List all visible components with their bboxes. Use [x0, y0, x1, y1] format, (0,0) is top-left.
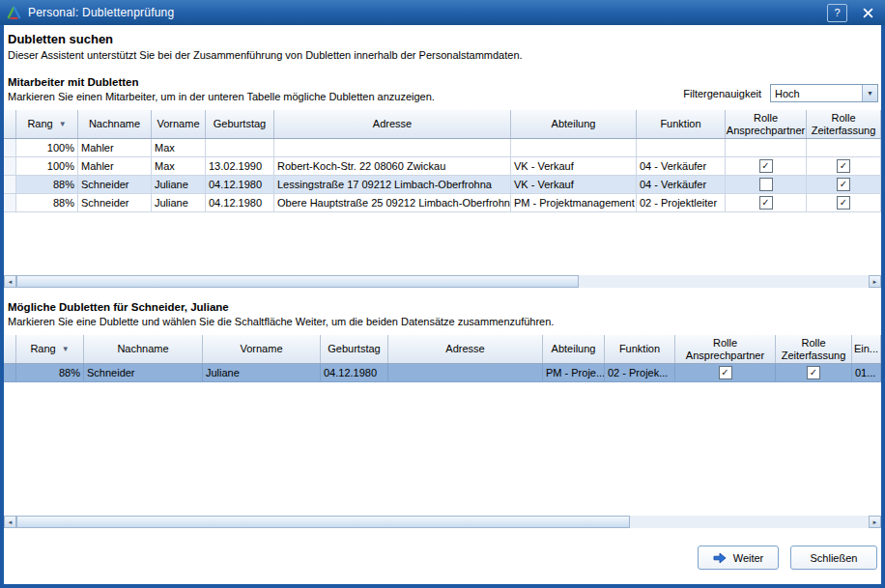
filter-accuracy-label: Filtergenauigkeit [683, 88, 761, 99]
chevron-down-icon[interactable]: ▼ [862, 85, 877, 101]
help-button[interactable]: ? [827, 4, 847, 22]
close-button[interactable] [859, 5, 877, 21]
table-header-row: Rang▼NachnameVornameGeburtstagAdresseAbt… [4, 335, 881, 364]
row-selector[interactable] [4, 364, 16, 382]
row-selector[interactable] [4, 176, 16, 194]
column-header-rang[interactable]: Rang▼ [16, 110, 78, 138]
possible-duplicates-table: Rang▼NachnameVornameGeburtstagAdresseAbt… [4, 335, 881, 516]
row-selector[interactable] [4, 139, 16, 157]
column-header-rolle_zeiterfassung[interactable]: Rolle Zeiterfassung [807, 110, 881, 138]
row-selector[interactable] [4, 194, 16, 212]
cell-rolle_ansprechpartner [726, 176, 807, 194]
cell-nachname: Schneider [84, 364, 203, 382]
cell-eintritt: 01... [852, 364, 881, 382]
cell-rolle_zeiterfassung [807, 139, 881, 157]
cell-nachname: Schneider [78, 176, 152, 194]
column-header-abteilung[interactable]: Abteilung [511, 110, 637, 138]
rolle_zeiterfassung-checkbox[interactable]: ✓ [807, 366, 820, 379]
cell-abteilung: VK - Verkauf [511, 176, 637, 194]
column-header-rolle_ansprechpartner[interactable]: Rolle Ansprechpartner [726, 110, 807, 138]
cell-funktion: 02 - Projektleiter [637, 194, 726, 212]
table-header-row: Rang▼NachnameVornameGeburtstagAdresseAbt… [4, 110, 881, 139]
cell-rolle_ansprechpartner [726, 139, 807, 157]
table-row[interactable]: 100%MahlerMax13.02.1990Robert-Koch-Str. … [4, 157, 881, 176]
duplicates-section-header: Mögliche Dubletten für Schneider, Julian… [4, 301, 881, 328]
cell-rolle_zeiterfassung: ✓ [807, 157, 881, 176]
column-header-funktion[interactable]: Funktion [605, 335, 675, 363]
duplicates-table-hscrollbar[interactable]: ◄ ► [4, 516, 881, 528]
table-row[interactable]: 100%MahlerMax [4, 139, 881, 157]
column-header-geburtstag[interactable]: Geburtstag [321, 335, 388, 363]
cell-rolle_zeiterfassung: ✓ [807, 194, 881, 212]
cell-vorname: Max [152, 139, 206, 157]
employees-table: Rang▼NachnameVornameGeburtstagAdresseAbt… [4, 110, 881, 275]
row-selector[interactable] [4, 157, 16, 176]
cell-abteilung [511, 139, 637, 157]
cell-rang: 88% [16, 194, 78, 212]
cell-nachname: Schneider [78, 194, 152, 212]
cell-geburtstag: 04.12.1980 [206, 176, 274, 194]
employees-table-hscrollbar[interactable]: ◄ ► [4, 275, 881, 288]
filter-accuracy-dropdown[interactable]: Hoch ▼ [770, 84, 878, 102]
scroll-left-button[interactable]: ◄ [4, 516, 16, 528]
cell-rang: 100% [16, 139, 78, 157]
dialog-footer: Weiter Schließen [4, 546, 881, 570]
column-header-funktion[interactable]: Funktion [637, 110, 726, 138]
column-header-vorname[interactable]: Vorname [152, 110, 206, 138]
table-row[interactable]: 88%SchneiderJuliane04.12.1980Lessingstra… [4, 176, 881, 194]
rolle_ansprechpartner-checkbox[interactable]: ✓ [759, 196, 773, 210]
table-row[interactable]: 88%SchneiderJuliane04.12.1980PM - Proje.… [4, 364, 881, 382]
cell-rolle_zeiterfassung: ✓ [776, 364, 852, 382]
cell-nachname: Mahler [78, 157, 152, 176]
cell-rolle_ansprechpartner: ✓ [726, 194, 807, 212]
rolle_zeiterfassung-checkbox[interactable]: ✓ [837, 159, 850, 173]
scroll-right-button[interactable]: ► [869, 275, 881, 288]
column-header-adresse[interactable]: Adresse [274, 110, 511, 138]
cell-geburtstag [206, 139, 274, 157]
cell-geburtstag: 04.12.1980 [206, 194, 274, 212]
table-row[interactable]: 88%SchneiderJuliane04.12.1980Obere Haupt… [4, 194, 881, 212]
cell-abteilung: PM - Projektmanagement [511, 194, 637, 212]
cell-rolle_ansprechpartner: ✓ [726, 157, 807, 176]
rolle_ansprechpartner-checkbox[interactable]: ✓ [759, 159, 773, 173]
column-header-nachname[interactable]: Nachname [84, 335, 203, 363]
cell-adresse: Lessingstraße 17 09212 Limbach-Oberfrohn… [274, 176, 511, 194]
schliessen-button[interactable]: Schließen [790, 546, 877, 570]
column-header-rang[interactable]: Rang▼ [16, 335, 84, 363]
row-selector-header [4, 110, 16, 138]
cell-funktion: 04 - Verkäufer [637, 157, 726, 176]
scroll-left-button[interactable]: ◄ [4, 275, 16, 288]
column-header-eintritt[interactable]: Ein... [852, 335, 881, 363]
cell-adresse: Robert-Koch-Str. 22 08060 Zwickau [274, 157, 511, 176]
sort-desc-icon: ▼ [59, 120, 67, 128]
column-header-rolle_ansprechpartner[interactable]: Rolle Ansprechpartner [675, 335, 776, 363]
rolle_zeiterfassung-checkbox[interactable]: ✓ [837, 178, 850, 191]
weiter-button[interactable]: Weiter [698, 546, 779, 570]
column-header-nachname[interactable]: Nachname [78, 110, 152, 138]
scrollbar-thumb[interactable] [16, 275, 579, 288]
cell-adresse [274, 139, 511, 157]
scrollbar-track[interactable] [16, 275, 869, 288]
cell-rolle_ansprechpartner: ✓ [675, 364, 776, 382]
column-header-rolle_zeiterfassung[interactable]: Rolle Zeiterfassung [776, 335, 852, 363]
employees-section-header: Mitarbeiter mit Dubletten Markieren Sie … [4, 76, 881, 103]
scroll-right-button[interactable]: ► [869, 516, 881, 528]
rolle_zeiterfassung-checkbox[interactable]: ✓ [837, 196, 850, 210]
rolle_ansprechpartner-checkbox[interactable]: ✓ [719, 366, 732, 379]
cell-funktion: 02 - Projek... [605, 364, 675, 382]
column-header-vorname[interactable]: Vorname [203, 335, 321, 363]
app-logo-icon [7, 6, 22, 20]
scrollbar-track[interactable] [16, 516, 869, 528]
cell-adresse [388, 364, 543, 382]
cell-vorname: Juliane [203, 364, 321, 382]
arrow-right-icon [713, 552, 727, 564]
scrollbar-thumb[interactable] [16, 516, 630, 528]
cell-rang: 88% [16, 364, 84, 382]
page-description: Dieser Assistent unterstützt Sie bei der… [8, 49, 877, 62]
window-title: Personal: Dublettenprüfung [28, 6, 821, 19]
column-header-geburtstag[interactable]: Geburtstag [206, 110, 274, 138]
column-header-adresse[interactable]: Adresse [388, 335, 543, 363]
column-header-abteilung[interactable]: Abteilung [543, 335, 605, 363]
rolle_ansprechpartner-checkbox[interactable] [759, 178, 773, 191]
filter-accuracy-value: Hoch [771, 88, 862, 99]
